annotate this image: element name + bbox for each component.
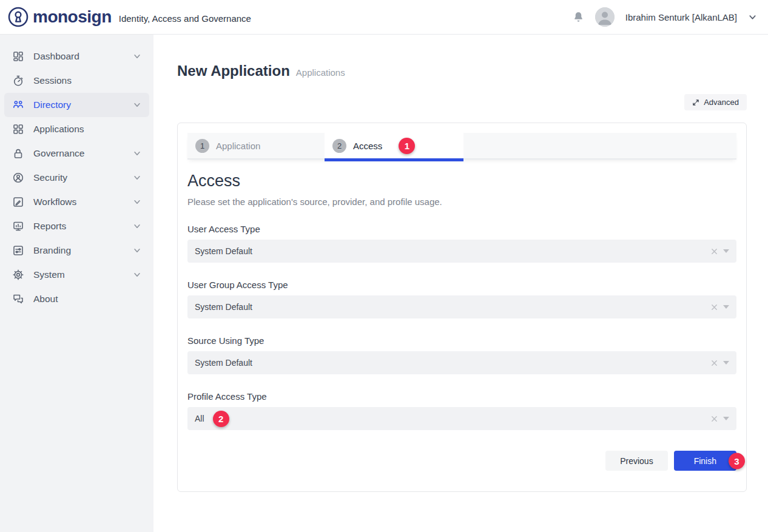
sidebar-item-label: Sessions [33, 75, 72, 86]
wizard-card: 1 Application 2 Access 1 Access Please s… [177, 123, 747, 492]
chat-bubbles-icon [12, 293, 24, 305]
reports-icon [12, 220, 24, 232]
sidebar-item-about[interactable]: About [4, 287, 149, 311]
chevron-down-icon [133, 52, 141, 61]
sidebar: Dashboard Sessions Directory Application… [0, 35, 153, 532]
section-title: Access [187, 172, 736, 190]
sidebar-item-sessions[interactable]: Sessions [4, 69, 149, 93]
user-group-access-type-select[interactable]: System Default [187, 295, 736, 318]
caret-down-icon[interactable] [723, 417, 729, 420]
stopwatch-icon [12, 75, 24, 87]
page-head: New Application Applications [177, 62, 747, 79]
profile-access-type-select[interactable]: All 2 [187, 407, 736, 430]
lock-icon [12, 147, 24, 160]
sidebar-item-label: System [33, 269, 65, 280]
chevron-down-icon [133, 222, 141, 231]
field-source-using-type: Source Using Type System Default [187, 335, 736, 374]
sidebar-item-system[interactable]: System [4, 263, 149, 287]
clear-icon[interactable] [711, 304, 718, 311]
clear-icon[interactable] [711, 416, 718, 422]
chevron-down-icon [133, 173, 141, 182]
tab-application[interactable]: 1 Application [187, 133, 325, 158]
notifications-bell-icon[interactable] [573, 11, 584, 24]
sidebar-item-label: Workflows [33, 197, 76, 207]
finish-button[interactable]: Finish [674, 451, 736, 471]
advanced-button[interactable]: Advanced [684, 94, 747, 110]
tab-access[interactable]: 2 Access 1 [325, 133, 463, 158]
chevron-down-icon [133, 149, 141, 158]
dashboard-icon [12, 50, 24, 62]
sidebar-item-reports[interactable]: Reports [4, 214, 149, 238]
sidebar-item-label: Directory [33, 99, 71, 110]
select-value: All [195, 414, 204, 423]
sidebar-item-branding[interactable]: Branding [4, 238, 149, 263]
brand-tagline: Identity, Access and Governance [119, 13, 251, 24]
annotation-badge-2: 2 [213, 411, 229, 427]
field-user-access-type: User Access Type System Default [187, 224, 736, 263]
select-value: System Default [195, 246, 252, 256]
chevron-down-icon [133, 271, 141, 279]
gear-icon [12, 269, 24, 281]
sidebar-item-label: Security [33, 172, 67, 183]
tab-label: Application [216, 141, 260, 151]
step-number: 2 [332, 139, 346, 153]
sidebar-item-label: Applications [33, 124, 84, 135]
field-profile-access-type: Profile Access Type All 2 [187, 391, 736, 430]
section-description: Please set the application's source, pro… [187, 197, 736, 207]
user-badge-icon [12, 172, 24, 184]
chevron-down-icon [133, 198, 141, 206]
sidebar-item-label: Branding [33, 245, 71, 256]
main-content: New Application Applications Advanced 1 … [153, 35, 768, 532]
wizard-actions: Previous Finish 3 [187, 451, 736, 471]
expand-icon [692, 99, 699, 106]
previous-button[interactable]: Previous [605, 451, 667, 471]
sidebar-item-label: Reports [33, 221, 66, 232]
user-menu-chevron-down-icon[interactable] [748, 13, 757, 22]
tab-bar-filler [463, 133, 736, 158]
chevron-down-icon [133, 101, 141, 109]
monosign-logo-icon [7, 6, 29, 28]
sidebar-item-security[interactable]: Security [4, 166, 149, 190]
source-using-type-select[interactable]: System Default [187, 351, 736, 374]
step-number: 1 [195, 139, 209, 153]
brand-name: monosign [33, 7, 112, 27]
field-label: User Group Access Type [187, 280, 736, 290]
field-label: User Access Type [187, 224, 736, 234]
sidebar-item-directory[interactable]: Directory [4, 93, 149, 117]
field-label: Source Using Type [187, 335, 736, 346]
caret-down-icon[interactable] [723, 361, 729, 365]
sidebar-item-label: About [33, 294, 58, 305]
clear-icon[interactable] [711, 248, 718, 255]
annotation-badge-3: 3 [729, 453, 745, 469]
advanced-button-label: Advanced [704, 98, 739, 107]
user-group-icon [12, 99, 24, 111]
breadcrumb: Applications [296, 67, 345, 78]
sidebar-item-workflows[interactable]: Workflows [4, 190, 149, 214]
workflow-icon [12, 196, 24, 208]
field-user-group-access-type: User Group Access Type System Default [187, 280, 736, 318]
user-name[interactable]: Ibrahim Senturk [AlkanLAB] [625, 12, 737, 22]
caret-down-icon[interactable] [723, 305, 729, 309]
sidebar-item-applications[interactable]: Applications [4, 117, 149, 141]
tab-label: Access [353, 141, 382, 151]
caret-down-icon[interactable] [723, 249, 729, 253]
top-bar: monosign Identity, Access and Governance… [0, 0, 768, 35]
user-avatar[interactable] [595, 7, 615, 27]
clear-icon[interactable] [711, 360, 718, 366]
wizard-tab-bar: 1 Application 2 Access 1 [187, 133, 736, 158]
field-label: Profile Access Type [187, 391, 736, 402]
select-value: System Default [195, 358, 252, 368]
annotation-badge-1: 1 [399, 138, 415, 154]
brand[interactable]: monosign Identity, Access and Governance [7, 6, 251, 28]
sidebar-item-label: Dashboard [33, 51, 79, 62]
sidebar-item-label: Governance [33, 148, 84, 159]
sidebar-item-dashboard[interactable]: Dashboard [4, 44, 149, 69]
sliders-icon [12, 244, 24, 257]
select-value: System Default [195, 302, 252, 312]
user-access-type-select[interactable]: System Default [187, 240, 736, 263]
sidebar-item-governance[interactable]: Governance [4, 141, 149, 166]
avatar-person-icon [595, 7, 615, 27]
page-title: New Application [177, 62, 290, 79]
chevron-down-icon [133, 246, 141, 255]
apps-grid-icon [12, 123, 24, 135]
